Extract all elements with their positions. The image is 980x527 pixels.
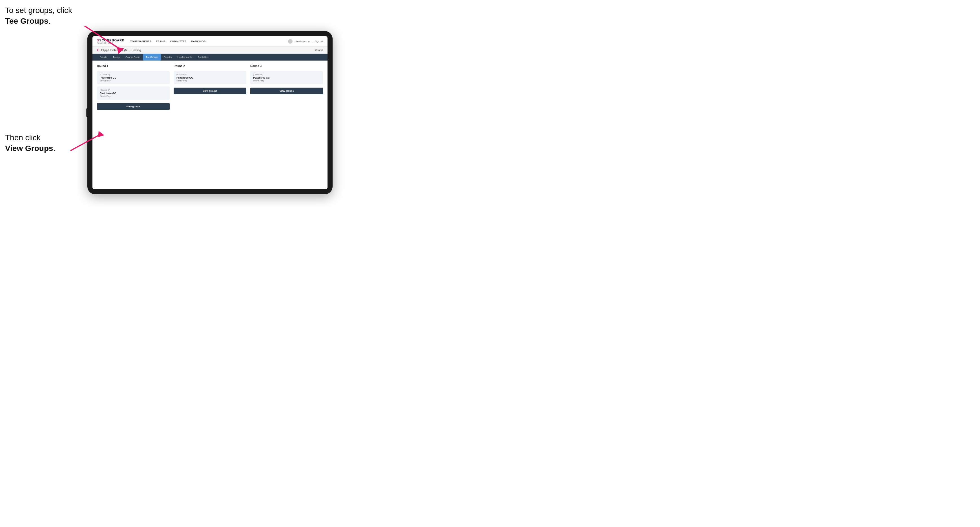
round-3-section: Round 3 (Course A) Peachtree GC Stroke P… (250, 65, 323, 110)
round-3-view-groups-button[interactable]: View groups (250, 87, 323, 94)
user-avatar (288, 39, 293, 44)
tournament-name: C Clippd Invitational (M... Hosting (97, 48, 141, 52)
side-button (86, 108, 88, 117)
tab-course-setup[interactable]: Course Setup (123, 54, 143, 60)
tournament-title: Clippd Invitational (M... (101, 49, 130, 52)
tab-leaderboards[interactable]: Leaderboards (175, 54, 195, 60)
round-3-title: Round 3 (250, 65, 323, 68)
instruction-bottom-line1: Then click (5, 133, 41, 142)
tab-printables[interactable]: Printables (195, 54, 212, 60)
tab-details[interactable]: Details (97, 54, 110, 60)
round-2-course-a-label: (Course A) (177, 73, 243, 76)
tablet-screen: SSCOREBOARD Powered by clippit TOURNAMEN… (92, 36, 328, 189)
round-3-course-a-name: Peachtree GC (253, 76, 320, 79)
nav-rankings[interactable]: RANKINGS (191, 40, 206, 43)
instruction-bottom-bold: View Groups (5, 144, 53, 153)
sign-out-link[interactable]: Sign out (315, 40, 323, 43)
top-nav: SSCOREBOARD Powered by clippit TOURNAMEN… (92, 36, 328, 47)
instruction-bottom-punct: . (53, 144, 56, 153)
hosting-label: Hosting (131, 49, 141, 52)
nav-committee[interactable]: COMMITTEE (170, 40, 186, 43)
round-1-view-groups-button[interactable]: View groups (97, 103, 170, 110)
round-1-course-a-name: Peachtree GC (100, 76, 167, 79)
round-2-section: Round 2 (Course A) Peachtree GC Stroke P… (173, 65, 247, 110)
round-2-view-groups-button[interactable]: View groups (173, 87, 247, 94)
round-1-section: Round 1 (Course A) Peachtree GC Stroke P… (97, 65, 170, 110)
round-1-course-a-type: Stroke Play (100, 79, 167, 82)
nav-right: blair@clippd.io | Sign out (288, 39, 323, 44)
instruction-top-bold: Tee Groups (5, 17, 48, 25)
round-2-course-a-card: (Course A) Peachtree GC Stroke Play (173, 71, 247, 84)
round-1-course-b-card: (Course B) East Lake GC Stroke Play (97, 86, 170, 100)
round-1-title: Round 1 (97, 65, 170, 68)
instruction-top-punct: . (48, 17, 51, 25)
round-1-course-b-label: (Course B) (100, 89, 167, 91)
nav-teams[interactable]: TEAMS (156, 40, 165, 43)
round-3-course-a-type: Stroke Play (253, 79, 320, 82)
logo-area: SSCOREBOARD Powered by clippit (97, 39, 124, 44)
tab-results[interactable]: Results (161, 54, 175, 60)
round-3-course-a-label: (Course A) (253, 73, 320, 76)
cancel-button[interactable]: Cancel (315, 49, 323, 52)
nav-links: TOURNAMENTS TEAMS COMMITTEE RANKINGS (130, 40, 288, 43)
instruction-bottom: Then click View Groups. (5, 132, 55, 154)
logo-rest: SCOREBOARD (99, 38, 124, 42)
tab-tee-groups[interactable]: Tee Groups (143, 54, 161, 60)
c-logo: C (97, 48, 100, 52)
tablet-frame: SSCOREBOARD Powered by clippit TOURNAMEN… (88, 31, 332, 194)
round-1-course-a-card: (Course A) Peachtree GC Stroke Play (97, 71, 170, 84)
sub-header: C Clippd Invitational (M... Hosting Canc… (92, 47, 328, 54)
rounds-grid: Round 1 (Course A) Peachtree GC Stroke P… (97, 65, 323, 110)
content-area: Round 1 (Course A) Peachtree GC Stroke P… (92, 60, 328, 189)
tab-teams[interactable]: Teams (110, 54, 123, 60)
round-3-course-a-card: (Course A) Peachtree GC Stroke Play (250, 71, 323, 84)
tab-bar: Details Teams Course Setup Tee Groups Re… (92, 54, 328, 60)
round-1-course-a-label: (Course A) (100, 73, 167, 76)
instruction-top: To set groups, click Tee Groups. (5, 5, 72, 27)
logo-text: SSCOREBOARD (97, 39, 124, 42)
round-2-course-a-type: Stroke Play (177, 79, 243, 82)
user-email: blair@clippd.io (295, 40, 310, 43)
nav-tournaments[interactable]: TOURNAMENTS (130, 40, 151, 43)
logo-sub: Powered by clippit (97, 42, 124, 44)
round-1-course-b-type: Stroke Play (100, 95, 167, 97)
round-1-course-b-name: East Lake GC (100, 92, 167, 95)
round-2-title: Round 2 (173, 65, 247, 68)
round-2-course-a-name: Peachtree GC (177, 76, 243, 79)
instruction-top-line1: To set groups, click (5, 6, 72, 15)
